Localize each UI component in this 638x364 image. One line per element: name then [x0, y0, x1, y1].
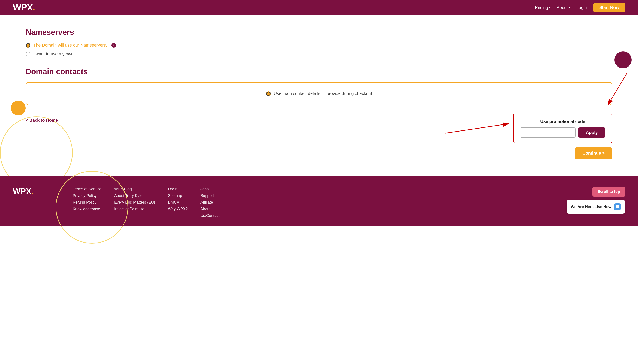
nameserver-radio-1[interactable] [26, 43, 30, 48]
nameservers-radio-group: The Domain will use our Nameservers. i I… [26, 43, 612, 56]
domain-contacts-box: Use main contact details I'll provide du… [26, 82, 612, 105]
scroll-to-top-button[interactable]: Scroll to top [592, 187, 625, 196]
nameserver-option-1[interactable]: The Domain will use our Nameservers. i [26, 43, 612, 48]
footer-link-jobs[interactable]: Jobs [200, 187, 220, 192]
logo-text: WPX [13, 2, 33, 12]
footer-link-affiliate[interactable]: Affiliate [200, 200, 220, 205]
footer-link-privacy[interactable]: Privacy Policy [73, 194, 102, 198]
info-icon[interactable]: i [112, 43, 116, 48]
promo-continue-col: Use promotional code Apply [513, 114, 612, 159]
footer-link-refund[interactable]: Refund Policy [73, 200, 102, 205]
domain-contact-radio[interactable] [266, 91, 271, 96]
footer-logo: WPX. [13, 187, 60, 196]
logo-dot: . [33, 2, 35, 12]
footer-right-widgets: Scroll to top We Are Here Live Now [566, 187, 625, 214]
apply-button[interactable]: Apply [578, 128, 606, 138]
footer-col-2: WPX Blog About Terry Kyle Every Dog Matt… [114, 187, 155, 218]
nameserver-radio-2[interactable] [26, 52, 30, 56]
decorative-circle-orange [11, 100, 26, 116]
footer-link-terry[interactable]: About Terry Kyle [114, 194, 155, 198]
annotation-arrow [441, 112, 526, 138]
footer-link-dog[interactable]: Every Dog Matters (EU) [114, 200, 155, 205]
chevron-down-icon: ▾ [569, 6, 570, 9]
footer-links-grid: Terms of Service Privacy Policy Refund P… [73, 187, 554, 218]
footer: WPX. Terms of Service Privacy Policy Ref… [0, 176, 638, 226]
chat-bubble-icon [615, 205, 620, 209]
footer-link-login[interactable]: Login [168, 187, 188, 192]
chat-icon [614, 204, 621, 210]
nav: Pricing ▾ About ▾ Login Start Now [535, 3, 625, 12]
nameserver-label-1: The Domain will use our Nameservers. [33, 43, 107, 48]
promo-input-row: Apply [520, 128, 606, 138]
footer-col-3: Login Sitemap DMCA Why WPX? [168, 187, 188, 218]
footer-link-contact[interactable]: Us/Contact [200, 214, 220, 218]
nameservers-section: Nameservers The Domain will use our Name… [26, 28, 612, 56]
domain-contact-label: Use main contact details I'll provide du… [274, 91, 372, 96]
svg-line-1 [445, 124, 509, 133]
footer-link-kb[interactable]: Knowledgebase [73, 207, 102, 211]
nav-login[interactable]: Login [576, 5, 587, 10]
footer-link-about[interactable]: About [200, 207, 220, 211]
logo[interactable]: WPX. [13, 2, 35, 12]
nameserver-option-2[interactable]: I want to use my own [26, 52, 612, 56]
footer-link-sitemap[interactable]: Sitemap [168, 194, 188, 198]
footer-col-4: Jobs Support Affiliate About Us/Contact [200, 187, 220, 218]
chevron-down-icon: ▾ [549, 6, 550, 9]
decorative-circle-dark [614, 51, 632, 68]
domain-contact-option[interactable]: Use main contact details I'll provide du… [266, 91, 372, 96]
domain-contacts-section: Domain contacts Use main contact details… [26, 67, 612, 105]
footer-link-support[interactable]: Support [200, 194, 220, 198]
main-content: Nameservers The Domain will use our Name… [0, 15, 638, 176]
nameservers-title: Nameservers [26, 28, 612, 37]
footer-link-tos[interactable]: Terms of Service [73, 187, 102, 192]
domain-contacts-title: Domain contacts [26, 67, 612, 76]
header: WPX. Pricing ▾ About ▾ Login Start Now [0, 0, 638, 15]
promo-code-input[interactable] [520, 128, 576, 138]
nav-pricing[interactable]: Pricing ▾ [535, 5, 550, 10]
footer-link-inflection[interactable]: InflectionPoint.life [114, 207, 155, 211]
footer-logo-col: WPX. [13, 187, 60, 196]
footer-link-whywpx[interactable]: Why WPX? [168, 207, 188, 211]
back-to-home-link[interactable]: < Back to Home [26, 118, 58, 123]
footer-link-dmca[interactable]: DMCA [168, 200, 188, 205]
chat-widget[interactable]: We Are Here Live Now [566, 200, 625, 214]
actions-row: < Back to Home Use promotional code Appl… [26, 114, 612, 159]
continue-button[interactable]: Continue > [575, 147, 612, 159]
promo-label: Use promotional code [540, 119, 585, 124]
footer-col-1: Terms of Service Privacy Policy Refund P… [73, 187, 102, 218]
chat-label: We Are Here Live Now [571, 205, 612, 209]
nav-about[interactable]: About ▾ [556, 5, 570, 10]
footer-link-blog[interactable]: WPX Blog [114, 187, 155, 192]
promo-box: Use promotional code Apply [513, 114, 612, 143]
nameserver-label-2: I want to use my own [33, 52, 74, 56]
start-now-button[interactable]: Start Now [593, 3, 625, 12]
